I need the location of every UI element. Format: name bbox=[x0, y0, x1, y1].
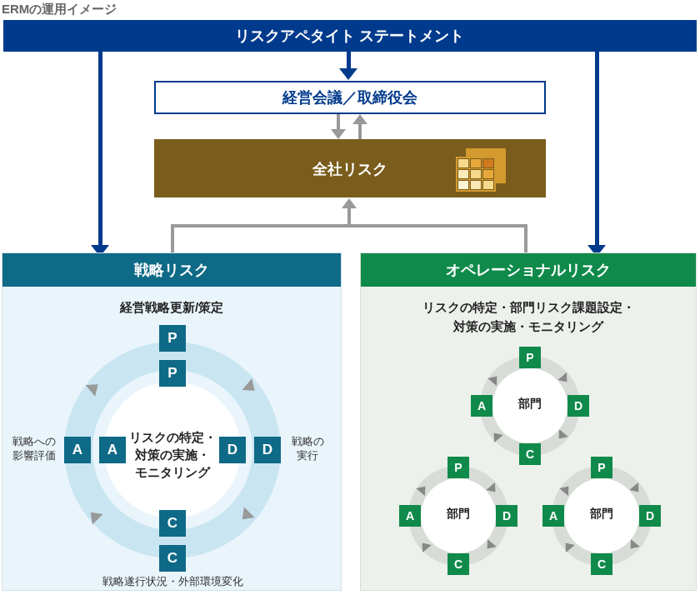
pdca-c-outer: C bbox=[159, 545, 186, 572]
mini-a: A bbox=[399, 505, 421, 527]
risk-appetite-banner: リスクアペタイト ステートメント bbox=[3, 20, 697, 52]
connector-line bbox=[171, 224, 528, 228]
pdca-d-outer: D bbox=[254, 437, 281, 463]
pdca-center-text: リスクの特定・ 対策の実施・ モニタリング bbox=[64, 428, 281, 481]
arrow-up-icon bbox=[352, 114, 368, 124]
pdca-a-outer: A bbox=[64, 437, 91, 463]
pdca-p-inner: P bbox=[159, 360, 186, 387]
pdca-c-label: 戦略遂行状況・外部環境変化 bbox=[69, 575, 276, 589]
pdca-c-inner: C bbox=[159, 510, 186, 537]
dept-pdca-1: 部門 P D C A bbox=[468, 343, 592, 468]
connector-line bbox=[524, 224, 528, 253]
mini-p: P bbox=[591, 457, 612, 478]
mini-a: A bbox=[471, 395, 492, 417]
pdca-p-label: 経営戦略更新/策定 bbox=[2, 298, 341, 318]
pdca-a-label: 戦略への 影響評価 bbox=[8, 435, 61, 463]
connector-line bbox=[337, 114, 340, 131]
pdca-d-label: 戦略の 実行 bbox=[281, 435, 334, 463]
heatmap-icon bbox=[456, 148, 514, 188]
management-board-box: 経営会議／取締役会 bbox=[154, 81, 546, 114]
mini-a: A bbox=[542, 505, 564, 527]
connector-line bbox=[171, 224, 174, 253]
arrow-up-icon bbox=[342, 198, 357, 208]
operational-risk-header: オペレーショナルリスク bbox=[361, 253, 696, 287]
connector-line bbox=[98, 52, 102, 247]
dept-pdca-3: 部門 P D C A bbox=[539, 453, 664, 578]
page-title: ERMの運用イメージ bbox=[2, 2, 117, 18]
arrow-down-icon bbox=[331, 129, 346, 139]
pdca-a-inner: A bbox=[99, 437, 126, 463]
mini-c: C bbox=[519, 443, 541, 465]
mini-p: P bbox=[519, 347, 541, 368]
mini-p: P bbox=[448, 457, 469, 478]
mini-d: D bbox=[639, 505, 661, 527]
mini-c: C bbox=[448, 553, 469, 575]
pdca-p-outer: P bbox=[159, 325, 186, 352]
mini-c: C bbox=[591, 553, 612, 575]
pdca-d-inner: D bbox=[219, 437, 246, 463]
corporate-risk-box: 全社リスク bbox=[154, 139, 546, 198]
connector-line bbox=[348, 208, 351, 226]
strategic-risk-header: 戦略リスク bbox=[2, 253, 341, 287]
mini-d: D bbox=[496, 505, 518, 527]
operational-risk-subtext: リスクの特定・部門リスク課題設定・ 対策の実施・モニタリング bbox=[361, 298, 696, 336]
connector-line bbox=[347, 52, 351, 70]
arrow-down-icon bbox=[339, 68, 358, 80]
mini-d: D bbox=[568, 395, 589, 417]
strategic-risk-panel: 戦略リスク 経営戦略更新/策定 リスクの特定・ 対策の実施・ モニタリング P … bbox=[2, 252, 342, 591]
connector-line bbox=[358, 122, 362, 139]
operational-risk-panel: オペレーショナルリスク リスクの特定・部門リスク課題設定・ 対策の実施・モニタリ… bbox=[360, 252, 697, 591]
connector-line bbox=[595, 52, 599, 247]
dept-pdca-2: 部門 P D C A bbox=[396, 453, 521, 578]
